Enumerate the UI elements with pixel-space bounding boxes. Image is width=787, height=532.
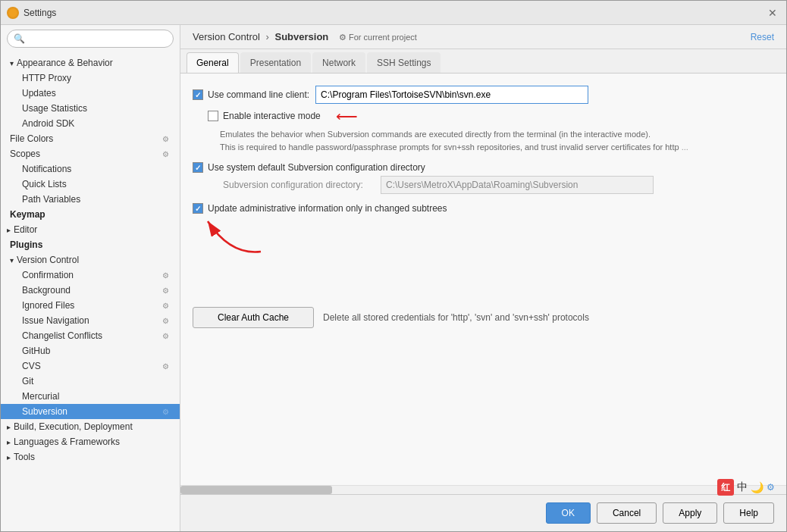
sidebar-item-label: Android SDK — [22, 118, 74, 129]
enable-interactive-label: Enable interactive mode — [223, 111, 321, 121]
sidebar-item-background[interactable]: Background ⚙ — [1, 283, 180, 298]
reset-button[interactable]: Reset — [751, 32, 774, 42]
sidebar-item-keymap[interactable]: Keymap — [1, 207, 180, 222]
sidebar: 🔍 Appearance & Behavior HTTP Proxy Updat… — [1, 25, 180, 531]
search-input[interactable] — [28, 33, 167, 44]
sidebar-item-ignored-files[interactable]: Ignored Files ⚙ — [1, 298, 180, 313]
help-button[interactable]: Help — [723, 502, 774, 524]
settings-icon: ⚙ — [160, 270, 171, 280]
use-command-line-checkbox[interactable]: ✓ — [193, 89, 203, 100]
sidebar-item-label: Ignored Files — [22, 300, 74, 311]
command-line-client-input[interactable] — [315, 86, 588, 104]
svn-config-dir-row: Subversion configuration directory: — [208, 176, 774, 194]
title-bar: Settings ✕ — [1, 1, 786, 25]
apply-button[interactable]: Apply — [663, 502, 717, 524]
sidebar-item-github[interactable]: GitHub — [1, 343, 180, 358]
sidebar-item-git[interactable]: Git — [1, 374, 180, 389]
clear-cache-description: Delete all stored credentials for 'http'… — [323, 312, 589, 323]
panel-content: ✓ Use command line client: Enable intera… — [180, 74, 786, 485]
chinese-icon: 中 — [737, 480, 748, 494]
red-icon: 红 — [717, 479, 734, 496]
arrow-annotation — [200, 214, 774, 261]
sidebar-item-label: Updates — [22, 88, 56, 99]
clear-auth-cache-button[interactable]: Clear Auth Cache — [193, 307, 314, 328]
sidebar-item-label: Scopes — [10, 149, 40, 159]
sidebar-item-label: GitHub — [22, 346, 50, 356]
enable-interactive-row: Enable interactive mode ⟵ — [193, 107, 774, 125]
sidebar-item-plugins[interactable]: Plugins — [1, 237, 180, 252]
sidebar-item-label: Notifications — [22, 164, 71, 174]
breadcrumb-bar: Version Control › Subversion ⚙ For curre… — [180, 25, 786, 49]
red-arrow-icon: ⟵ — [336, 107, 358, 125]
cancel-button[interactable]: Cancel — [597, 502, 657, 524]
sidebar-item-label: Subversion — [22, 406, 67, 417]
sidebar-item-label: Path Variables — [22, 194, 80, 205]
window-title: Settings — [24, 8, 765, 18]
use-system-default-row: ✓ Use system default Subversion configur… — [193, 162, 774, 173]
right-panel: Version Control › Subversion ⚙ For curre… — [180, 25, 786, 531]
sidebar-item-file-colors[interactable]: File Colors ⚙ — [1, 131, 180, 146]
sidebar-item-usage-statistics[interactable]: Usage Statistics — [1, 101, 180, 116]
sidebar-item-label: Editor — [14, 224, 37, 235]
settings-window: Settings ✕ 🔍 Appearance & Behavior HTTP … — [0, 0, 787, 532]
enable-interactive-checkbox[interactable] — [208, 111, 218, 121]
sidebar-item-quick-lists[interactable]: Quick Lists — [1, 177, 180, 192]
breadcrumb-project: ⚙ For current project — [339, 33, 417, 42]
sidebar-item-label: Git — [22, 376, 33, 386]
svn-config-dir-input[interactable] — [381, 176, 654, 194]
update-admin-info-row: ✓ Update administrative information only… — [193, 203, 774, 214]
sidebar-item-label: Confirmation — [22, 270, 74, 280]
bottom-bar: OK Cancel Apply Help — [180, 494, 786, 531]
tab-presentation[interactable]: Presentation — [240, 52, 311, 73]
close-button[interactable]: ✕ — [765, 5, 780, 20]
sidebar-item-label: Build, Execution, Deployment — [14, 421, 133, 432]
breadcrumb-separator: › — [266, 31, 269, 42]
sidebar-item-mercurial[interactable]: Mercurial — [1, 389, 180, 404]
horizontal-scrollbar[interactable] — [180, 485, 786, 494]
sidebar-item-build-execution[interactable]: Build, Execution, Deployment — [1, 419, 180, 434]
sidebar-item-label: Languages & Frameworks — [14, 437, 120, 447]
settings-icon: ⚙ — [160, 361, 171, 371]
settings-icon: ⚙ — [160, 315, 171, 326]
update-admin-info-checkbox[interactable]: ✓ — [193, 203, 203, 214]
sidebar-item-path-variables[interactable]: Path Variables — [1, 192, 180, 207]
red-arrow-svg — [200, 214, 291, 259]
sidebar-item-label: Usage Statistics — [22, 103, 87, 114]
settings-icon: ⚙ — [160, 285, 171, 296]
settings-icon: ⚙ — [160, 133, 171, 144]
sidebar-item-editor[interactable]: Editor — [1, 222, 180, 237]
sidebar-item-confirmation[interactable]: Confirmation ⚙ — [1, 268, 180, 283]
breadcrumb: Version Control › Subversion ⚙ For curre… — [193, 31, 417, 42]
sidebar-item-label: Appearance & Behavior — [17, 58, 113, 68]
sidebar-item-version-control[interactable]: Version Control — [1, 252, 180, 268]
svn-config-dir-label: Subversion configuration directory: — [223, 180, 375, 190]
tab-network[interactable]: Network — [312, 52, 365, 73]
sidebar-item-label: Plugins — [10, 239, 42, 250]
sidebar-item-tools[interactable]: Tools — [1, 449, 180, 465]
sidebar-item-label: Background — [22, 285, 71, 296]
sidebar-item-http-proxy[interactable]: HTTP Proxy — [1, 70, 180, 86]
sidebar-item-updates[interactable]: Updates — [1, 86, 180, 101]
sidebar-item-scopes[interactable]: Scopes ⚙ — [1, 146, 180, 161]
settings-icon: ⚙ — [160, 406, 171, 417]
sidebar-tree: Appearance & Behavior HTTP Proxy Updates… — [1, 52, 180, 531]
sidebar-item-languages[interactable]: Languages & Frameworks — [1, 434, 180, 449]
ok-button[interactable]: OK — [546, 502, 591, 524]
sidebar-item-issue-navigation[interactable]: Issue Navigation ⚙ — [1, 313, 180, 328]
use-command-line-label: Use command line client: — [208, 89, 309, 100]
tab-general[interactable]: General — [187, 52, 239, 73]
search-box[interactable]: 🔍 — [7, 30, 174, 48]
use-system-default-label: Use system default Subversion configurat… — [208, 162, 425, 173]
tab-ssh-settings[interactable]: SSH Settings — [367, 52, 441, 73]
sidebar-item-changelist-conflicts[interactable]: Changelist Conflicts ⚙ — [1, 328, 180, 343]
sidebar-item-notifications[interactable]: Notifications — [1, 161, 180, 177]
interactive-mode-description: Emulates the behavior when Subversion co… — [220, 128, 751, 153]
use-system-default-checkbox[interactable]: ✓ — [193, 162, 203, 173]
use-command-line-row: ✓ Use command line client: — [193, 86, 774, 104]
sidebar-item-subversion[interactable]: Subversion ⚙ — [1, 404, 180, 419]
sidebar-item-appearance-behavior[interactable]: Appearance & Behavior — [1, 55, 180, 70]
sidebar-item-android-sdk[interactable]: Android SDK — [1, 116, 180, 131]
sidebar-item-label: Mercurial — [22, 391, 59, 402]
sidebar-item-label: Keymap — [10, 209, 45, 220]
sidebar-item-cvs[interactable]: CVS ⚙ — [1, 358, 180, 374]
